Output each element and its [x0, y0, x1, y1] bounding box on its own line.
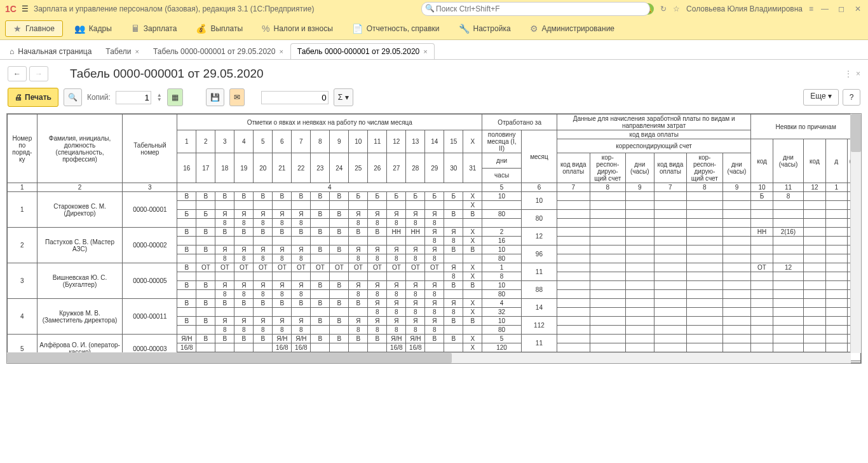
timesheet-table[interactable]: Номер по поряд- ку Фамилия, инициалы, до…: [6, 113, 862, 364]
grid-button[interactable]: ▦: [167, 88, 183, 106]
forward-button: →: [29, 66, 48, 81]
calculator-icon: 🖩: [131, 24, 140, 34]
tab-doc1[interactable]: Табель 0000-000001 от 29.05.2020×: [146, 43, 290, 59]
page-title: Табель 0000-000001 от 29.05.2020: [70, 67, 264, 81]
logo-1c: 1C: [5, 4, 17, 14]
people-icon: 👥: [74, 24, 85, 34]
th-worked: Отработано за: [482, 114, 557, 130]
menu-vyplaty[interactable]: 💰Выплаты: [188, 21, 250, 36]
tab-tabeli[interactable]: Табели×: [98, 43, 146, 59]
back-button[interactable]: ←: [8, 66, 27, 81]
filter-icon[interactable]: ≡: [809, 4, 813, 13]
number-input[interactable]: [261, 91, 329, 104]
th-marks: Отметки о явках и неявках на работу по ч…: [177, 114, 482, 130]
table-row[interactable]: 4Кружков М. В. (Заместитель директора)00…: [8, 299, 861, 308]
scrollbar-vertical[interactable]: [850, 114, 861, 353]
th-num: Номер по поряд- ку: [8, 114, 37, 183]
scrollbar-horizontal[interactable]: [7, 352, 851, 363]
money-icon: 💰: [196, 24, 207, 34]
menu-otchetnost[interactable]: 📄Отчетность, справки: [344, 21, 447, 36]
th-paydata: Данные для начисления заработной платы п…: [557, 114, 750, 130]
menu-zarplata[interactable]: 🖩Зарплата: [123, 21, 185, 36]
copies-label: Копий:: [87, 93, 111, 102]
table-row[interactable]: 1Старокожев С. М. (Директор)0000-00001 В…: [8, 192, 861, 201]
maximize-icon[interactable]: ◻: [836, 4, 846, 13]
kebab-icon[interactable]: ⋮: [844, 69, 852, 78]
percent-icon: %: [262, 24, 269, 34]
email-button[interactable]: ✉: [229, 88, 245, 106]
menu-nalogi[interactable]: %Налоги и взносы: [254, 21, 341, 36]
close-page-icon[interactable]: ×: [856, 69, 860, 78]
tab-doc2[interactable]: Табель 0000-000001 от 29.05.2020×: [290, 43, 435, 59]
save-button[interactable]: 💾: [206, 88, 224, 106]
menu-nastroyka[interactable]: 🔧Настройка: [451, 21, 519, 36]
more-button[interactable]: Еще ▾: [803, 89, 839, 106]
hamburger-icon[interactable]: ☰: [22, 4, 29, 13]
app-title: Зарплата и управление персоналом (базова…: [34, 4, 315, 13]
wrench-icon: 🔧: [459, 24, 470, 34]
document-icon: 📄: [352, 24, 363, 34]
close-icon[interactable]: ×: [279, 48, 283, 55]
th-absence: Неявки по причинам: [751, 114, 861, 139]
printer-icon: 🖨: [15, 93, 22, 102]
gear-icon: ⚙: [530, 24, 538, 34]
history-icon[interactable]: ↻: [660, 4, 667, 13]
user-name[interactable]: Соловьева Юлия Владимировна: [686, 4, 803, 13]
print-button[interactable]: 🖨Печать: [8, 88, 58, 107]
search-icon: 🔍: [425, 4, 435, 13]
menu-kadry[interactable]: 👥Кадры: [67, 21, 119, 36]
copies-input[interactable]: [116, 91, 151, 104]
preview-button[interactable]: 🔍: [64, 88, 82, 106]
table-row[interactable]: 3Вишневская Ю. С. (Бухгалтер)0000-00005 …: [8, 263, 861, 272]
table-row[interactable]: 5Алфёрова О. И. (оператор-кассир)0000-00…: [8, 335, 861, 343]
close-icon[interactable]: ×: [135, 48, 139, 55]
help-button[interactable]: ?: [843, 89, 860, 106]
close-icon[interactable]: ✕: [853, 4, 863, 13]
tab-home[interactable]: ⌂Начальная страница: [3, 43, 98, 59]
close-icon[interactable]: ×: [423, 48, 427, 55]
th-tabnum: Табельный номер: [123, 114, 177, 183]
search-input[interactable]: [421, 2, 650, 16]
home-icon: ⌂: [10, 47, 14, 56]
sigma-button[interactable]: Σ ▾: [334, 88, 353, 106]
star-icon: ★: [13, 24, 22, 34]
minimize-icon[interactable]: —: [820, 4, 830, 13]
star-icon[interactable]: ☆: [673, 4, 680, 13]
menu-main[interactable]: ★Главное: [5, 20, 63, 37]
table-row[interactable]: 2Пастухов С. В. (Мастер АЗС)0000-00002 В…: [8, 228, 861, 237]
th-fio: Фамилия, инициалы, должность (специально…: [37, 114, 123, 183]
menu-admin[interactable]: ⚙Администрирование: [522, 21, 622, 36]
